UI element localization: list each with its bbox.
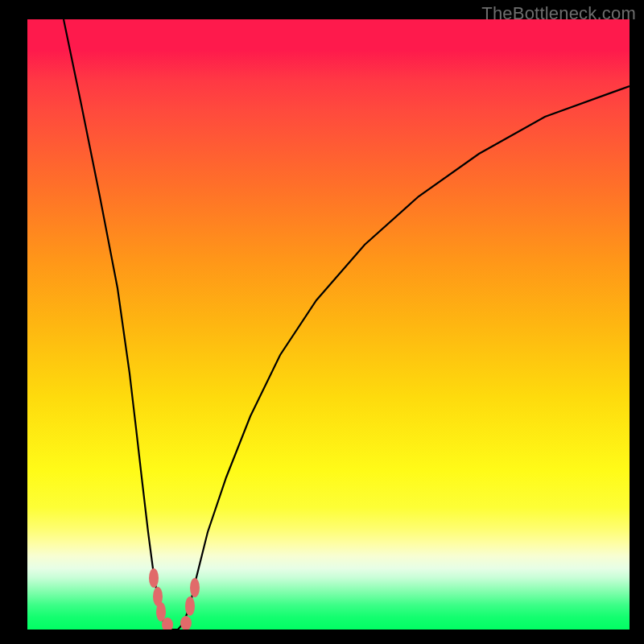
curve-path [64, 19, 630, 630]
data-dot [180, 616, 192, 630]
plot-area [27, 19, 630, 630]
chart-frame: TheBottleneck.com [0, 0, 644, 644]
data-dot [156, 602, 166, 621]
data-dot [185, 597, 195, 616]
data-dot [149, 568, 159, 588]
data-dot [190, 578, 200, 597]
bottleneck-curve [27, 19, 630, 630]
